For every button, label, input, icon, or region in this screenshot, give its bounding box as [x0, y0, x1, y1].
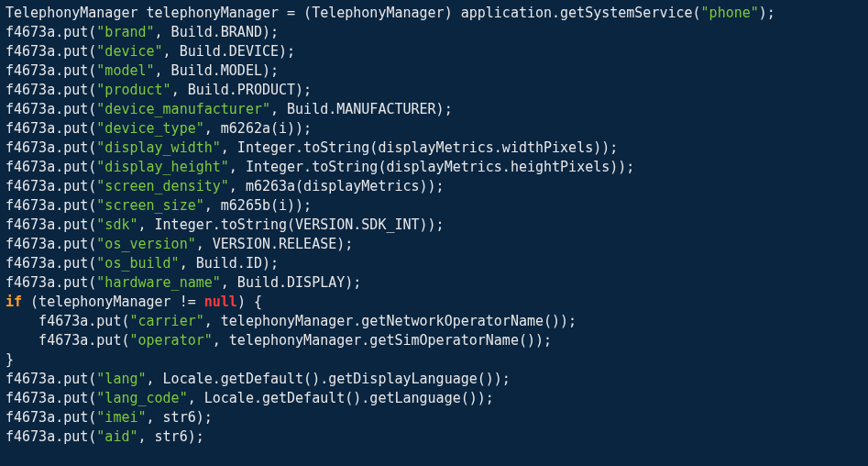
token-plain: f4673a.put( [5, 43, 96, 60]
token-plain: f4673a.put( [5, 409, 96, 426]
token-str: "os_version" [96, 236, 195, 252]
token-plain: f4673a.put( [5, 216, 96, 233]
token-str: "phone" [701, 5, 759, 21]
token-plain: , Build.PRODUCT); [171, 82, 313, 98]
token-str: "imei" [96, 409, 146, 426]
token-plain: , str6); [147, 409, 213, 426]
code-line: } [5, 351, 14, 368]
token-str: "device_manufacturer" [96, 101, 270, 117]
token-kw: if [5, 294, 22, 310]
code-line: f4673a.put("display_height", Integer.toS… [5, 159, 634, 175]
code-line: f4673a.put("brand", Build.BRAND); [5, 24, 279, 40]
token-plain: , Build.MODEL); [155, 62, 279, 79]
code-line: f4673a.put("imei", str6); [5, 409, 213, 426]
token-plain: , m6262a(i)); [204, 120, 312, 137]
code-line: f4673a.put("os_build", Build.ID); [5, 255, 279, 272]
token-str: "sdk" [96, 216, 137, 233]
token-str: "aid" [96, 428, 137, 445]
token-plain: , telephonyManager.getSimOperatorName())… [213, 332, 552, 349]
token-str: "device" [96, 43, 162, 60]
code-line: f4673a.put("screen_density", m6263a(disp… [5, 178, 445, 194]
code-line: f4673a.put("lang_code", Locale.getDefaul… [5, 390, 494, 406]
token-plain: , telephonyManager.getNetworkOperatorNam… [204, 313, 577, 329]
code-line: if (telephonyManager != null) { [5, 294, 262, 310]
token-str: "screen_size" [96, 197, 203, 214]
token-str: "product" [96, 82, 170, 98]
token-plain: f4673a.put( [5, 255, 96, 272]
token-plain: ); [759, 5, 775, 21]
token-plain: f4673a.put( [5, 332, 129, 349]
token-str: "operator" [129, 332, 212, 349]
token-plain: , Locale.getDefault().getLanguage()); [188, 390, 494, 406]
token-plain: f4673a.put( [5, 101, 96, 117]
code-line: f4673a.put("lang", Locale.getDefault().g… [5, 371, 511, 387]
code-line: f4673a.put("display_width", Integer.toSt… [5, 139, 618, 156]
code-line: f4673a.put("carrier", telephonyManager.g… [5, 313, 577, 329]
code-line: f4673a.put("device_type", m6262a(i)); [5, 120, 312, 137]
code-line: f4673a.put("model", Build.MODEL); [5, 62, 279, 79]
token-str: "lang_code" [96, 390, 187, 406]
token-plain: ) { [237, 294, 262, 310]
code-line: f4673a.put("screen_size", m6265b(i)); [5, 197, 312, 214]
token-str: "model" [96, 62, 154, 79]
token-plain: , m6263a(displayMetrics)); [229, 178, 445, 194]
token-plain: f4673a.put( [5, 159, 96, 175]
token-plain: f4673a.put( [5, 62, 96, 79]
token-plain: , Build.DEVICE); [163, 43, 296, 60]
token-plain: , str6); [138, 428, 204, 445]
token-str: "carrier" [129, 313, 203, 329]
code-line: TelephonyManager telephonyManager = (Tel… [5, 5, 775, 21]
token-str: "device_type" [96, 120, 203, 137]
token-plain: , m6265b(i)); [204, 197, 312, 214]
token-plain: f4673a.put( [5, 274, 96, 291]
token-plain: , Build.MANUFACTURER); [270, 101, 453, 117]
token-plain: , Build.ID); [180, 255, 279, 272]
token-plain: TelephonyManager telephonyManager = (Tel… [5, 5, 701, 21]
code-line: f4673a.put("product", Build.PRODUCT); [5, 82, 312, 98]
token-plain: f4673a.put( [5, 24, 96, 40]
token-str: "os_build" [96, 255, 179, 272]
token-str: "display_height" [96, 159, 229, 175]
code-line: f4673a.put("hardware_name", Build.DISPLA… [5, 274, 361, 291]
token-plain: (telephonyManager != [22, 294, 204, 310]
token-plain: f4673a.put( [5, 139, 96, 156]
token-plain: f4673a.put( [5, 197, 96, 214]
token-null: null [204, 294, 237, 310]
code-line: f4673a.put("os_version", VERSION.RELEASE… [5, 236, 353, 252]
code-line: f4673a.put("device_manufacturer", Build.… [5, 101, 453, 117]
token-str: "hardware_name" [96, 274, 220, 291]
code-block: TelephonyManager telephonyManager = (Tel… [0, 0, 868, 450]
token-plain: , VERSION.RELEASE); [196, 236, 354, 252]
token-plain: f4673a.put( [5, 82, 96, 98]
token-plain: f4673a.put( [5, 428, 96, 445]
token-plain: , Build.DISPLAY); [221, 274, 362, 291]
token-plain: , Locale.getDefault().getDisplayLanguage… [147, 371, 511, 387]
code-line: f4673a.put("operator", telephonyManager.… [5, 332, 552, 349]
token-plain: f4673a.put( [5, 390, 96, 406]
token-plain: f4673a.put( [5, 236, 96, 252]
token-plain: f4673a.put( [5, 313, 129, 329]
token-str: "screen_density" [96, 178, 229, 194]
code-line: f4673a.put("sdk", Integer.toString(VERSI… [5, 216, 445, 233]
code-line: f4673a.put("device", Build.DEVICE); [5, 43, 295, 60]
code-line: f4673a.put("aid", str6); [5, 428, 204, 445]
token-plain: , Integer.toString(displayMetrics.widthP… [221, 139, 618, 156]
token-plain: , Integer.toString(displayMetrics.height… [229, 159, 635, 175]
token-plain: , Build.BRAND); [155, 24, 279, 40]
token-str: "display_width" [96, 139, 220, 156]
token-plain: f4673a.put( [5, 120, 96, 137]
token-str: "brand" [96, 24, 154, 40]
token-plain: f4673a.put( [5, 371, 96, 387]
token-plain: , Integer.toString(VERSION.SDK_INT)); [138, 216, 445, 233]
token-plain: } [5, 351, 14, 368]
token-str: "lang" [96, 371, 146, 387]
token-plain: f4673a.put( [5, 178, 96, 194]
